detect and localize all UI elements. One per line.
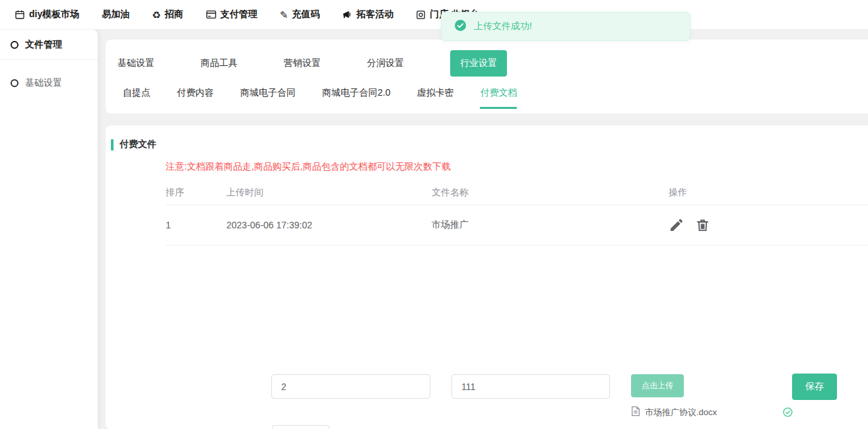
sort-input[interactable]	[271, 374, 430, 399]
primary-tabs: 基础设置 商品工具 营销设置 分润设置 行业设置	[106, 40, 868, 78]
sidebar-item-basic-settings[interactable]: 基础设置	[0, 68, 98, 98]
tab-basic-settings[interactable]: 基础设置	[117, 57, 154, 69]
nav-label: 支付管理	[220, 9, 257, 20]
nav-label: 易加油	[102, 9, 129, 20]
cell-operations	[669, 217, 868, 233]
nav-item-diy-template-market[interactable]: diy模板市场	[15, 9, 79, 20]
table-header-row: 排序 上传时间 文件名称 操作	[166, 181, 868, 205]
col-header-operations: 操作	[669, 187, 868, 199]
section-header: 付费文件	[106, 125, 868, 150]
top-navbar: diy模板市场 易加油 ♻ 招商 支付管理 ✎ 充值码	[0, 0, 868, 30]
add-row-button[interactable]: + 添加	[272, 425, 329, 429]
col-header-file-name: 文件名称	[432, 187, 669, 199]
upload-area: 点击上传 市场推广协议.docx	[631, 374, 793, 418]
tab-industry-settings-active[interactable]: 行业设置	[450, 50, 507, 77]
cell-file-name: 市场推广	[432, 219, 669, 231]
sidebar-item-label: 文件管理	[25, 39, 62, 51]
nav-item-customer-activity[interactable]: 拓客活动	[342, 9, 393, 20]
save-button[interactable]: 保存	[792, 374, 837, 400]
file-name-input[interactable]	[451, 374, 610, 399]
files-table: 排序 上传时间 文件名称 操作 1 2023-06-06 17:39:02 市场…	[166, 181, 868, 246]
secondary-tabs: 自提点 付费内容 商城电子合同 商城电子合同2.0 虚拟卡密 付费文档	[106, 78, 868, 109]
recycle-icon: ♻	[152, 10, 160, 20]
tabs-panel: 基础设置 商品工具 营销设置 分润设置 行业设置 自提点 付费内容 商城电子合同…	[106, 40, 868, 114]
radio-circle-icon	[11, 79, 18, 87]
uploaded-file-item[interactable]: 市场推广协议.docx	[631, 406, 793, 418]
sidebar-item-file-management[interactable]: 文件管理	[0, 30, 98, 60]
subtab-paid-docs-active[interactable]: 付费文档	[480, 87, 517, 109]
document-icon	[631, 406, 640, 418]
pen-icon: ✎	[280, 10, 288, 20]
bank-card-icon	[206, 10, 217, 19]
cell-sort: 1	[166, 220, 226, 230]
nav-item-yijiayou[interactable]: 易加油	[102, 9, 129, 20]
sidebar: 文件管理 基础设置	[0, 30, 98, 429]
cell-upload-time: 2023-06-06 17:39:02	[226, 220, 432, 230]
upload-success-toast: 上传文件成功!	[441, 12, 690, 41]
tab-product-tools[interactable]: 商品工具	[201, 57, 238, 69]
subtab-virtual-card[interactable]: 虚拟卡密	[417, 87, 453, 107]
subtab-mall-econtract-2[interactable]: 商城电子合同2.0	[322, 87, 390, 107]
section-title: 付费文件	[119, 139, 156, 150]
upload-complete-check-icon	[783, 407, 793, 417]
tab-profit-settings[interactable]: 分润设置	[367, 57, 404, 69]
delete-trash-icon[interactable]	[695, 217, 710, 233]
toast-message: 上传文件成功!	[474, 20, 532, 32]
success-check-icon	[455, 20, 466, 34]
subtab-pickup-point[interactable]: 自提点	[123, 87, 150, 107]
notice-text: 注意:文档跟着商品走,商品购买后,商品包含的文档都可以无限次数下载	[166, 161, 868, 173]
cash-register-icon	[416, 10, 426, 20]
nav-label: 拓客活动	[356, 9, 393, 20]
nav-label: diy模板市场	[29, 9, 79, 20]
tab-marketing-settings[interactable]: 营销设置	[284, 57, 321, 69]
nav-item-zhaoshang[interactable]: ♻ 招商	[152, 9, 183, 20]
section-accent-bar	[111, 139, 114, 150]
content-panel: 付费文件 注意:文档跟着商品走,商品购买后,商品包含的文档都可以无限次数下载 排…	[106, 125, 868, 429]
col-header-upload-time: 上传时间	[226, 187, 432, 199]
col-header-sort: 排序	[166, 187, 226, 199]
uploaded-file-name: 市场推广协议.docx	[645, 407, 717, 418]
radio-circle-icon	[11, 41, 18, 49]
table-row: 1 2023-06-06 17:39:02 市场推广	[166, 205, 868, 246]
nav-label: 招商	[165, 9, 184, 20]
edit-form-row: 点击上传 市场推广协议.docx	[271, 374, 793, 418]
nav-label: 充值码	[292, 9, 319, 20]
calendar-icon	[15, 9, 25, 20]
app-window: diy模板市场 易加油 ♻ 招商 支付管理 ✎ 充值码	[0, 0, 868, 429]
sidebar-item-label: 基础设置	[25, 77, 62, 89]
edit-pencil-icon[interactable]	[669, 217, 684, 233]
nav-item-payment-management[interactable]: 支付管理	[206, 9, 257, 20]
subtab-mall-econtract[interactable]: 商城电子合同	[240, 87, 296, 107]
subtab-paid-content[interactable]: 付费内容	[177, 87, 214, 107]
upload-button[interactable]: 点击上传	[631, 374, 684, 397]
megaphone-icon	[342, 10, 352, 19]
nav-item-recharge-code[interactable]: ✎ 充值码	[280, 9, 320, 20]
